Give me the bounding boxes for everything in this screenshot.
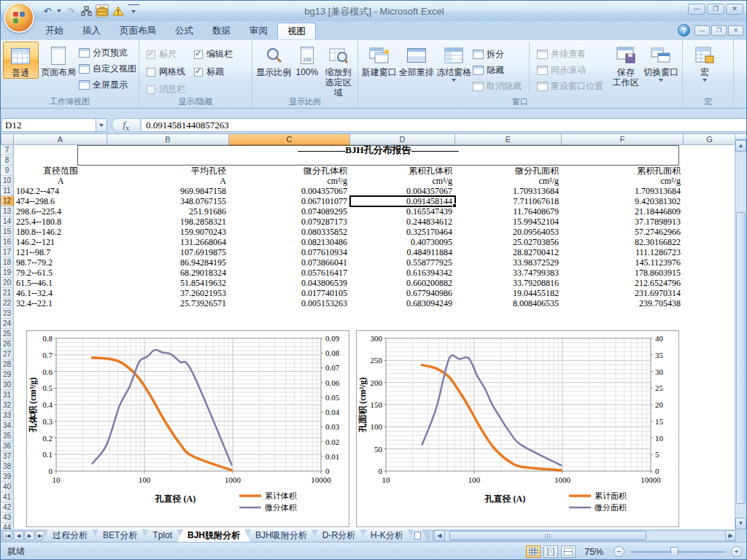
custom-views-button[interactable]: 自定义视图 xyxy=(79,62,136,75)
cell[interactable]: 37.26021953 xyxy=(107,288,229,298)
pore-volume-chart[interactable]: 00.10.20.30.40.50.60.70.800.010.020.030.… xyxy=(26,330,349,527)
cell[interactable]: 474--298.6 xyxy=(14,196,107,206)
cell[interactable]: 0.004357067 xyxy=(350,186,455,196)
cell[interactable]: 131.2668064 xyxy=(107,237,229,247)
switch-windows-button[interactable]: 切换窗口 xyxy=(643,42,680,82)
cell[interactable]: 0.004357067 xyxy=(229,186,350,196)
cell[interactable]: 0.080335852 xyxy=(229,227,350,237)
normal-view-toggle[interactable] xyxy=(526,545,541,558)
cell[interactable]: 251.91686 xyxy=(107,206,229,217)
cell[interactable]: 61.5--46.1 xyxy=(14,278,107,288)
cell[interactable]: 178.8603915 xyxy=(562,268,684,278)
cell[interactable]: 348.0767155 xyxy=(107,196,229,206)
horizontal-scrollbar[interactable]: ◀ ▶ xyxy=(434,530,736,541)
cell[interactable]: 19.04455182 xyxy=(455,288,562,298)
cell[interactable]: 33.98372529 xyxy=(455,257,562,268)
cell[interactable]: 146.2--121 xyxy=(14,237,107,247)
ribbon-tab[interactable]: 审阅 xyxy=(240,23,277,39)
table-row[interactable]: 298.6--225.4251.916860.0740892950.165547… xyxy=(1,206,736,217)
cell[interactable]: 25.73926571 xyxy=(107,298,229,308)
scroll-down-button[interactable]: ▼ xyxy=(735,518,746,529)
cell[interactable]: 0.660200882 xyxy=(350,278,455,288)
row-header[interactable]: 19 xyxy=(1,268,14,278)
row-header[interactable]: 16 xyxy=(1,237,14,247)
sheet-tab[interactable]: Tplot xyxy=(142,529,182,542)
page-layout-view-button[interactable]: 页面布局 xyxy=(39,42,79,77)
cell[interactable]: 145.1123976 xyxy=(562,257,684,268)
table-header-row[interactable]: 直径范围平均孔径微分孔体积累积孔体积微分孔面积累积孔面积 xyxy=(1,166,736,176)
table-row[interactable]: 1042.2--474969.98471580.0043570670.00435… xyxy=(1,186,736,196)
table-row[interactable]: 61.5--46.151.854196320.0438065390.660200… xyxy=(1,278,736,288)
close-button[interactable]: ✕ xyxy=(726,4,743,15)
row-header[interactable]: 34 xyxy=(1,421,14,431)
minimize-button[interactable]: — xyxy=(688,4,705,15)
row-header[interactable]: 28 xyxy=(1,359,14,370)
cell[interactable]: 0.616394342 xyxy=(350,268,455,278)
cell[interactable]: 0.683094249 xyxy=(350,298,455,308)
synchronous-scrolling-button[interactable]: 同步滚动 xyxy=(537,63,603,77)
cell[interactable]: 1.709313684 xyxy=(455,186,562,196)
row-header[interactable]: 25 xyxy=(1,329,14,339)
cell[interactable]: 212.6524796 xyxy=(562,278,684,288)
ribbon-tab[interactable]: 视图 xyxy=(277,23,316,39)
column-header-d[interactable]: D xyxy=(350,134,455,145)
full-screen-button[interactable]: 全屏显示 xyxy=(79,78,136,91)
table-row[interactable]: 79.2--61.568.290183240.0576164170.616394… xyxy=(1,268,736,278)
cell[interactable]: 0.073866041 xyxy=(229,257,350,268)
cell[interactable]: 0.325170464 xyxy=(350,227,455,237)
column-header-e[interactable]: E xyxy=(455,134,562,145)
row-header[interactable]: 22 xyxy=(1,298,14,308)
zoom-to-selection-button[interactable]: 缩放到 选定区域 xyxy=(321,42,355,98)
office-button[interactable] xyxy=(4,2,34,33)
message-bar-checkbox[interactable]: 消息栏 xyxy=(147,83,185,96)
cell[interactable]: 11.76408679 xyxy=(455,206,562,217)
cell[interactable]: 46.1--32.4 xyxy=(14,288,107,298)
cell[interactable]: 0.043806539 xyxy=(229,278,350,288)
cell[interactable]: 231.6970314 xyxy=(562,288,684,298)
cell[interactable]: 82.30166822 xyxy=(562,237,684,247)
cell[interactable]: 28.82700412 xyxy=(455,247,562,257)
gridlines-checkbox[interactable]: 网格线 xyxy=(147,66,185,78)
page-break-toggle[interactable] xyxy=(561,545,576,558)
row-header[interactable]: 21 xyxy=(1,288,14,298)
normal-view-button[interactable]: 普通 xyxy=(3,42,39,79)
split-button[interactable]: 拆分 xyxy=(473,47,522,61)
hide-button[interactable]: 隐藏 xyxy=(473,63,522,77)
table-row[interactable]: 98.7--79.286.942841950.0738660410.558777… xyxy=(1,257,736,268)
horizontal-scroll-thumb[interactable] xyxy=(449,531,646,540)
scroll-right-button[interactable]: ▶ xyxy=(725,530,736,541)
zoom-slider-thumb[interactable] xyxy=(670,547,678,557)
row-header[interactable]: 41 xyxy=(1,492,14,502)
cell[interactable]: 32.4--22.1 xyxy=(14,298,107,308)
table-row[interactable]: 146.2--121131.26680640.0821304860.407300… xyxy=(1,237,736,247)
cell[interactable]: 9.420381302 xyxy=(562,196,684,206)
cell[interactable]: 98.7--79.2 xyxy=(14,257,107,268)
row-header[interactable]: 23 xyxy=(1,308,14,319)
cell[interactable]: 198.2858321 xyxy=(107,217,229,227)
row-header[interactable]: 9 xyxy=(1,166,14,176)
zoom-100-button[interactable]: 100 100% xyxy=(293,42,321,77)
cell[interactable]: 180.8--146.2 xyxy=(14,227,107,237)
cell[interactable]: 20.09564053 xyxy=(455,227,562,237)
cell[interactable]: 0.005153263 xyxy=(229,298,350,308)
select-all-corner[interactable] xyxy=(1,134,14,145)
name-box[interactable]: D12 xyxy=(1,118,96,132)
cell[interactable]: 0.484911884 xyxy=(350,247,455,257)
sheet-tab[interactable]: BJH吸附分析 xyxy=(245,529,317,542)
selected-cell-d12[interactable] xyxy=(349,195,456,207)
headings-checkbox[interactable]: 标题 xyxy=(194,66,233,78)
cell[interactable]: 79.2--61.5 xyxy=(14,268,107,278)
macros-button[interactable]: 宏 xyxy=(685,42,724,82)
cell[interactable]: 37.17898913 xyxy=(562,217,684,227)
cell[interactable]: 0.067101077 xyxy=(229,196,350,206)
tab-split-handle[interactable] xyxy=(429,531,433,540)
cell[interactable]: 225.4--180.8 xyxy=(14,217,107,227)
cell[interactable]: 0.079287173 xyxy=(229,217,350,227)
zoom-out-button[interactable]: − xyxy=(614,546,624,557)
cell[interactable]: 121--98.7 xyxy=(14,247,107,257)
sheet-tab[interactable]: 过程分析 xyxy=(42,529,98,542)
row-header[interactable]: 15 xyxy=(1,227,14,237)
restore-button[interactable]: ❐ xyxy=(707,4,724,15)
cell[interactable]: 25.02703856 xyxy=(455,237,562,247)
row-header[interactable]: 43 xyxy=(1,513,14,523)
